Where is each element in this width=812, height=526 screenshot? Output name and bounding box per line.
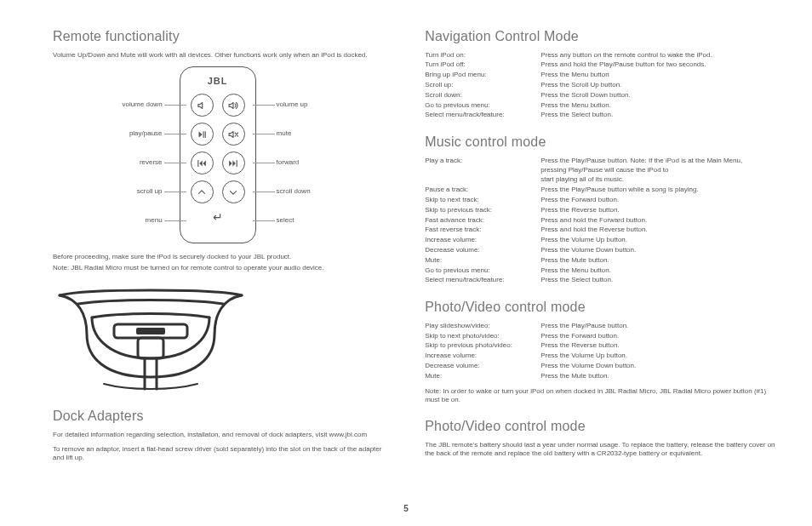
left-column: Remote functionality Volume Up/Down and …: [53, 27, 387, 509]
label-scroll-up: scroll up: [103, 187, 163, 197]
remote-intro-text: Volume Up/Down and Mute will work with a…: [53, 51, 387, 60]
volume-down-button: [191, 94, 214, 117]
battery-text: The JBL remote's battery should last a y…: [425, 441, 776, 460]
before-proceeding-note-2: Note: JBL Radial Micro must be turned on…: [53, 264, 387, 273]
table-row: Skip to previous track:Press the Reverse…: [425, 206, 774, 216]
table-value: Press the Mute button.: [540, 256, 774, 266]
table-value: Press and hold the Play/Pause button for…: [540, 60, 774, 71]
table-key: Play slideshow/video:: [425, 322, 540, 332]
dock-adapters-p1: For detailed information regarding selec…: [53, 431, 387, 440]
dock-adapters-heading: Dock Adapters: [53, 407, 387, 426]
page-number: 5: [0, 503, 812, 515]
table-key: Fast reverse track:: [425, 226, 540, 236]
table-key: Mute:: [425, 256, 540, 266]
table-key: Skip to previous track:: [425, 206, 540, 216]
table-key: Skip to next photo/video:: [425, 332, 540, 342]
table-row: Skip to next photo/video:Press the Forwa…: [425, 332, 774, 342]
navigation-mode-heading: Navigation Control Mode: [425, 27, 776, 46]
label-volume-up: volume up: [277, 100, 336, 110]
label-scroll-down: scroll down: [277, 187, 336, 197]
mute-icon: [227, 129, 239, 140]
table-value: Press and hold the Forward button.: [540, 216, 774, 226]
table-value: Press the Menu button.: [540, 266, 774, 277]
table-row: Select menu/track/feature:Press the Sele…: [425, 276, 774, 286]
forward-button: [222, 152, 245, 174]
table-value: Press the Scroll Up button.: [540, 81, 774, 91]
table-key: Go to previous menu:: [425, 101, 540, 111]
table-key: Scroll up:: [425, 81, 540, 91]
table-row: Bring up iPod menu:Press the Menu button: [425, 71, 774, 81]
table-value: Press the Scroll Down button.: [540, 91, 774, 101]
table-value: Press the Play/Pause button while a song…: [540, 186, 774, 196]
table-value: Press the Reverse button.: [540, 206, 774, 216]
reverse-button: [191, 152, 214, 174]
table-value: Press the Play/Pause button. Note: If th…: [540, 157, 774, 176]
table-row: Fast advance track:Press and hold the Fo…: [425, 216, 774, 226]
remote-diagram: JBL: [67, 66, 374, 249]
volume-up-icon: [227, 100, 239, 111]
table-value: Press the Play/Pause button.: [540, 322, 774, 332]
table-key: Increase volume:: [425, 236, 540, 246]
music-mode-heading: Music control mode: [425, 133, 776, 152]
table-key: Select menu/track/feature:: [425, 276, 540, 286]
table-row: Mute:Press the Mute button.: [425, 256, 774, 266]
navigation-mode-table: Turn iPod on:Press any button on the rem…: [425, 51, 774, 122]
battery-heading: Photo/Video control mode: [425, 417, 776, 436]
scroll-down-button: [222, 180, 245, 203]
table-value: Press the Forward button.: [540, 196, 774, 206]
table-key: Decrease volume:: [425, 362, 540, 372]
table-value: Press the Mute button.: [540, 372, 774, 382]
table-key: Go to previous menu:: [425, 266, 540, 277]
table-key: Decrease volume:: [425, 246, 540, 256]
remote-outline: JBL: [180, 66, 256, 243]
select-icon: ↵: [213, 209, 223, 226]
table-key: Scroll down:: [425, 91, 540, 101]
label-select: select: [277, 216, 336, 226]
table-row: Play slideshow/video:Press the Play/Paus…: [425, 322, 774, 332]
table-value: Press the Menu button: [540, 71, 774, 81]
table-row: Go to previous menu:Press the Menu butto…: [425, 101, 774, 111]
table-row: Decrease volume:Press the Volume Down bu…: [425, 246, 774, 256]
table-value: Press the Menu button.: [540, 101, 774, 111]
table-row: Decrease volume:Press the Volume Down bu…: [425, 362, 774, 372]
forward-icon: [227, 157, 239, 169]
table-row: Mute:Press the Mute button.: [425, 372, 774, 382]
table-value: Press the Volume Down button.: [540, 362, 774, 372]
label-play-pause: play/pause: [103, 129, 163, 139]
table-row: Scroll down:Press the Scroll Down button…: [425, 91, 774, 101]
mute-button: [222, 123, 245, 146]
label-forward: forward: [277, 158, 336, 168]
label-reverse: reverse: [103, 158, 163, 168]
table-value: Press the Reverse button.: [540, 341, 774, 352]
photo-video-mode-table: Play slideshow/video:Press the Play/Paus…: [425, 322, 774, 382]
table-value: Press the Select button.: [540, 111, 774, 121]
table-value: Press the Forward button.: [540, 332, 774, 342]
remote-functionality-heading: Remote functionality: [53, 27, 387, 46]
table-key: Skip to next track:: [425, 196, 540, 206]
photo-video-note: Note: In order to wake or turn your iPod…: [425, 387, 776, 406]
before-proceeding-note-1: Before proceeding, make sure the iPod is…: [53, 253, 387, 262]
table-key: Fast advance track:: [425, 216, 540, 226]
chevron-down-icon: [227, 186, 239, 198]
table-row: Skip to next track:Press the Forward but…: [425, 196, 774, 206]
table-key: Bring up iPod menu:: [425, 71, 540, 81]
volume-up-button: [222, 94, 245, 117]
page: Remote functionality Volume Up/Down and …: [0, 0, 812, 526]
play-pause-button: [191, 123, 214, 146]
table-key: [425, 175, 540, 186]
volume-down-icon: [196, 100, 208, 111]
table-row: Go to previous menu:Press the Menu butto…: [425, 266, 774, 277]
play-pause-icon: [196, 129, 208, 140]
table-value: start playing all of its music.: [540, 175, 774, 186]
table-value: Press any button on the remote control t…: [540, 51, 774, 61]
table-key: Play a track:: [425, 157, 540, 176]
jbl-logo: JBL: [180, 75, 255, 88]
reverse-icon: [196, 157, 208, 169]
photo-video-mode-heading: Photo/Video control mode: [425, 298, 776, 317]
dock-line-art: [53, 289, 249, 392]
table-key: Pause a track:: [425, 186, 540, 196]
dock-illustration: [53, 289, 387, 395]
chevron-up-icon: [196, 186, 208, 198]
table-row: Fast reverse track:Press and hold the Re…: [425, 226, 774, 236]
label-mute: mute: [277, 129, 336, 139]
